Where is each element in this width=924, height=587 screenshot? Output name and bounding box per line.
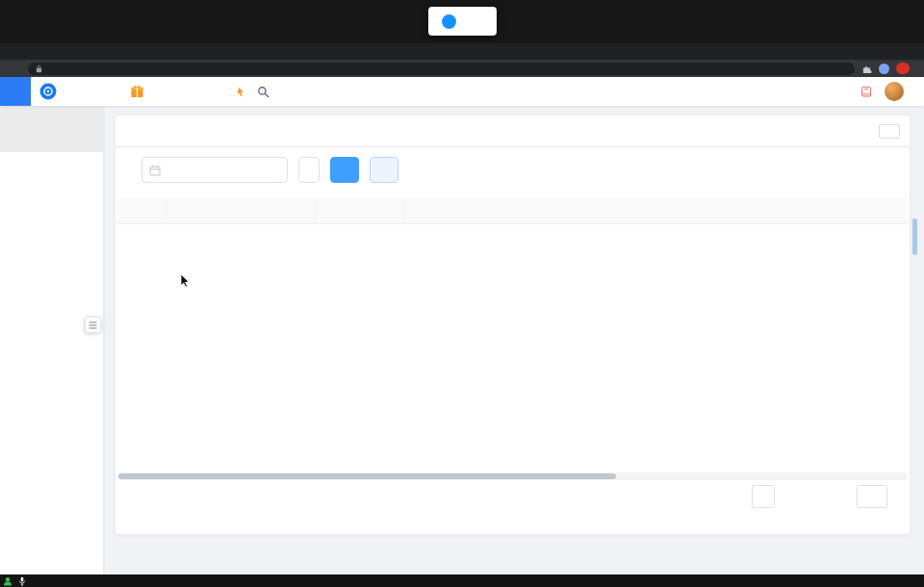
- window-minimize-button[interactable]: [858, 43, 880, 60]
- tutorial-book-icon: [860, 86, 872, 97]
- mouse-cursor: [180, 273, 191, 288]
- quick-search[interactable]: [257, 86, 273, 98]
- browser-profile-avatar[interactable]: [879, 64, 889, 74]
- sidebar: [0, 106, 103, 574]
- panel-collapse-button[interactable]: [879, 124, 900, 139]
- search-icon: [257, 86, 270, 98]
- url-bar[interactable]: [28, 63, 855, 75]
- export-button[interactable]: [370, 157, 398, 183]
- browser-update-button[interactable]: [896, 63, 910, 74]
- brand: [39, 83, 63, 100]
- statistics-card: [116, 115, 910, 534]
- browser-tab-strip: [0, 43, 924, 60]
- screen-share-bar: [0, 574, 924, 587]
- search-button[interactable]: [330, 157, 359, 183]
- page-size-select[interactable]: [752, 485, 775, 508]
- horizontal-scrollbar-thumb[interactable]: [118, 473, 616, 479]
- new-tab-button[interactable]: [0, 43, 17, 60]
- goto-page-input[interactable]: [857, 485, 887, 508]
- col-status-group: [404, 198, 908, 223]
- card-tab-bar: [116, 115, 910, 147]
- gift-icon: [130, 85, 144, 98]
- meeting-toast: [428, 7, 497, 36]
- pointer-icon: [236, 87, 245, 97]
- tutorial-link[interactable]: [860, 86, 876, 97]
- quick-tip: [231, 87, 245, 97]
- sidebar-section-title: [0, 106, 103, 152]
- hamburger-icon: [89, 321, 97, 329]
- prev-page-button[interactable]: [783, 486, 803, 507]
- horizontal-scrollbar[interactable]: [117, 472, 908, 480]
- filter-row: [116, 147, 910, 189]
- calendar-icon: [149, 165, 161, 176]
- meeting-topbar: [0, 0, 924, 43]
- date-range-picker[interactable]: [141, 157, 288, 183]
- microphone-icon: [18, 576, 26, 586]
- user-avatar[interactable]: [885, 82, 904, 101]
- info-icon: [442, 14, 456, 29]
- pagination: [116, 480, 910, 513]
- app-logo-icon: [39, 83, 57, 100]
- sidebar-collapse-handle[interactable]: [85, 317, 101, 333]
- col-seq: [117, 198, 166, 223]
- col-customer: [166, 198, 315, 223]
- statistics-table: [117, 198, 908, 224]
- select-customer-button[interactable]: [298, 157, 320, 183]
- screen: [0, 0, 924, 587]
- main-content: [103, 106, 924, 574]
- browser-address-bar: [0, 60, 924, 77]
- table-zone: [117, 198, 908, 470]
- quick-filter-row: [116, 189, 910, 198]
- window-close-button[interactable]: [902, 43, 924, 60]
- share-center-link[interactable]: [130, 85, 149, 98]
- extensions-icon[interactable]: [861, 64, 872, 74]
- next-page-button[interactable]: [820, 486, 839, 507]
- lock-icon: [36, 64, 42, 73]
- header-right: [860, 82, 924, 101]
- col-total: [315, 198, 404, 223]
- app-body: [0, 106, 924, 574]
- nav-toggle-button[interactable]: [0, 77, 31, 106]
- app-header: [0, 77, 924, 106]
- vertical-scrollbar-thumb[interactable]: [912, 218, 917, 255]
- window-controls: [858, 43, 924, 60]
- sharer-avatar-icon: [3, 576, 13, 586]
- window-maximize-button[interactable]: [880, 43, 902, 60]
